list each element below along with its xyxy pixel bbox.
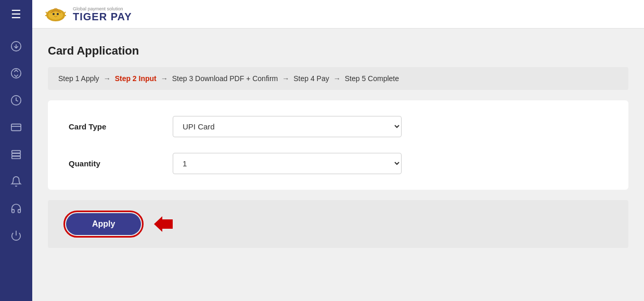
card-icon — [10, 122, 22, 133]
sidebar-nav — [0, 34, 32, 248]
step-4-label: Step 4 Pay — [293, 74, 329, 83]
bell-icon — [10, 176, 22, 187]
step-1-label: Step 1 Apply — [58, 74, 99, 83]
apply-button[interactable]: Apply — [66, 213, 141, 235]
headset-icon — [10, 203, 22, 214]
arrow-4: → — [333, 74, 341, 83]
svg-point-12 — [53, 13, 55, 15]
logo-area: Global payment solution TIGER PAY — [43, 4, 132, 24]
step-3-label: Step 3 Download PDF + Confirm — [172, 74, 278, 83]
svg-rect-8 — [12, 156, 21, 159]
svg-point-11 — [48, 10, 63, 20]
apply-button-wrapper: Apply — [63, 211, 144, 238]
sidebar-item-card[interactable] — [0, 115, 32, 140]
step-2-label: Step 2 Input — [115, 74, 157, 83]
card-type-label: Card Type — [69, 122, 173, 131]
sidebar-item-timer[interactable] — [0, 88, 32, 113]
page-title: Card Application — [48, 44, 628, 58]
svg-point-13 — [57, 13, 59, 15]
tiger-logo — [43, 4, 69, 24]
logo-text-container: Global payment solution TIGER PAY — [73, 6, 132, 22]
sidebar-item-power[interactable] — [0, 223, 32, 248]
sidebar-item-storage[interactable] — [0, 142, 32, 167]
svg-rect-4 — [11, 124, 21, 131]
logo-name: TIGER PAY — [73, 11, 132, 22]
sidebar-item-headset[interactable] — [0, 196, 32, 221]
power-icon — [10, 230, 22, 241]
sidebar-item-bell[interactable] — [0, 169, 32, 194]
header: Global payment solution TIGER PAY — [32, 0, 644, 29]
arrow-indicator — [154, 216, 173, 232]
card-type-select[interactable]: UPI Card Visa Card Master Card — [173, 116, 402, 137]
arrow-3: → — [282, 74, 289, 83]
quantity-row: Quantity 1 2 3 4 5 — [69, 153, 608, 174]
form-card: Card Type UPI Card Visa Card Master Card… — [48, 100, 628, 190]
svg-rect-6 — [12, 151, 21, 153]
hamburger-icon: ☰ — [11, 9, 21, 20]
hamburger-button[interactable]: ☰ — [0, 0, 32, 29]
storage-icon — [10, 149, 22, 160]
step-5-label: Step 5 Complete — [345, 74, 399, 83]
svg-marker-14 — [154, 216, 173, 232]
download-icon — [10, 41, 22, 52]
svg-rect-7 — [12, 153, 21, 156]
exchange-icon — [10, 68, 22, 79]
steps-bar: Step 1 Apply → Step 2 Input → Step 3 Dow… — [48, 67, 628, 90]
arrow-1: → — [104, 74, 111, 83]
quantity-label: Quantity — [69, 159, 173, 168]
quantity-select[interactable]: 1 2 3 4 5 — [173, 153, 402, 174]
main-content: Card Application Step 1 Apply → Step 2 I… — [32, 29, 644, 301]
sidebar-item-download[interactable] — [0, 34, 32, 59]
arrow-left-icon — [154, 216, 173, 232]
arrow-2: → — [161, 74, 168, 83]
card-type-row: Card Type UPI Card Visa Card Master Card — [69, 116, 608, 137]
timer-icon — [10, 95, 22, 106]
sidebar: ☰ — [0, 0, 32, 301]
sidebar-item-exchange[interactable] — [0, 61, 32, 86]
apply-section: Apply — [48, 200, 628, 248]
